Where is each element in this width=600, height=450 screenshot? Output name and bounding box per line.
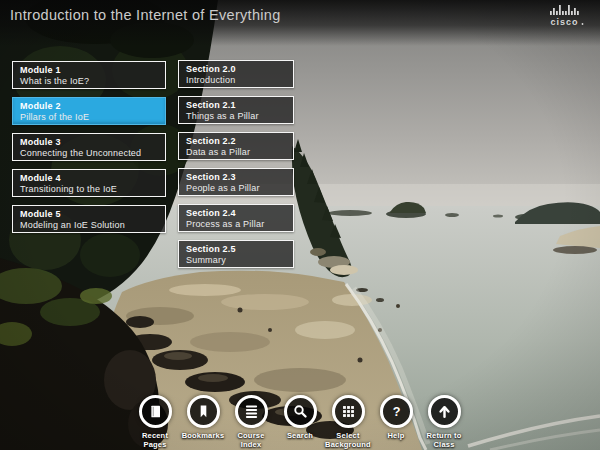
toolbar-button-circle[interactable]	[139, 395, 172, 428]
menu-item-subtitle: Data as a Pillar	[186, 147, 289, 158]
menu-item-title: Section 2.3	[186, 172, 289, 183]
search-icon	[293, 404, 308, 419]
module-item-4[interactable]: Module 4 Transitioning to the IoE	[12, 169, 166, 197]
toolbar-button-label: Return to Class	[426, 431, 461, 450]
course-menu-screen: Introduction to the Internet of Everythi…	[0, 0, 600, 450]
toolbar-button-circle[interactable]	[428, 395, 461, 428]
bookmark-icon	[196, 404, 211, 419]
menu-item-title: Module 1	[20, 65, 161, 76]
toolbar-button-circle[interactable]	[235, 395, 268, 428]
toolbar-button-circle[interactable]	[284, 395, 317, 428]
module-item-3[interactable]: Module 3 Connecting the Unconnected	[12, 133, 166, 161]
section-item-2-2[interactable]: Section 2.2 Data as a Pillar	[178, 132, 294, 160]
question-icon: ?	[389, 404, 404, 419]
section-item-2-5[interactable]: Section 2.5 Summary	[178, 240, 294, 268]
module-item-1[interactable]: Module 1 What is the IoE?	[12, 61, 166, 89]
menu-item-subtitle: What is the IoE?	[20, 76, 161, 87]
toolbar-button-circle[interactable]	[187, 395, 220, 428]
menu-item-subtitle: Pillars of the IoE	[20, 112, 161, 123]
arrow-up-icon	[437, 404, 452, 419]
menu-item-subtitle: Modeling an IoE Solution	[20, 220, 161, 231]
menu-item-title: Module 5	[20, 209, 161, 220]
menu-item-subtitle: Things as a Pillar	[186, 111, 289, 122]
svg-text:?: ?	[392, 405, 400, 419]
header-bar: Introduction to the Internet of Everythi…	[0, 0, 600, 46]
return-to-class-button[interactable]: Return to Class	[412, 395, 476, 450]
list-icon	[244, 404, 259, 419]
section-item-2-3[interactable]: Section 2.3 People as a Pillar	[178, 168, 294, 196]
menu-item-title: Module 2	[20, 101, 161, 112]
book-icon	[148, 404, 163, 419]
module-item-5[interactable]: Module 5 Modeling an IoE Solution	[12, 205, 166, 233]
menu-item-subtitle: Transitioning to the IoE	[20, 184, 161, 195]
section-item-2-0[interactable]: Section 2.0 Introduction	[178, 60, 294, 88]
menu-item-title: Section 2.4	[186, 208, 289, 219]
toolbar-button-circle[interactable]: ?	[380, 395, 413, 428]
grid-icon	[341, 404, 356, 419]
cisco-logo-text: cisco	[550, 17, 578, 27]
section-item-2-4[interactable]: Section 2.4 Process as a Pillar	[178, 204, 294, 232]
menu-item-subtitle: Introduction	[186, 75, 289, 86]
cisco-logo: cisco	[546, 4, 590, 30]
menu-item-subtitle: People as a Pillar	[186, 183, 289, 194]
menu-item-subtitle: Connecting the Unconnected	[20, 148, 161, 159]
toolbar-button-label: Bookmarks	[182, 431, 225, 440]
page-title: Introduction to the Internet of Everythi…	[10, 7, 281, 23]
toolbar-button-label: Recent Pages	[142, 431, 168, 450]
menu-item-subtitle: Process as a Pillar	[186, 219, 289, 230]
toolbar-button-label: Help	[387, 431, 404, 440]
toolbar-button-label: Course Index	[237, 431, 264, 450]
menu-item-title: Section 2.5	[186, 244, 289, 255]
module-item-2[interactable]: Module 2 Pillars of the IoE	[12, 97, 166, 125]
toolbar-button-label: Search	[287, 431, 313, 440]
menu-item-title: Module 3	[20, 137, 161, 148]
menu-item-subtitle: Summary	[186, 255, 289, 266]
menu-item-title: Section 2.2	[186, 136, 289, 147]
menu-item-title: Section 2.0	[186, 64, 289, 75]
menu-item-title: Module 4	[20, 173, 161, 184]
menu-item-title: Section 2.1	[186, 100, 289, 111]
toolbar-button-circle[interactable]	[332, 395, 365, 428]
section-item-2-1[interactable]: Section 2.1 Things as a Pillar	[178, 96, 294, 124]
